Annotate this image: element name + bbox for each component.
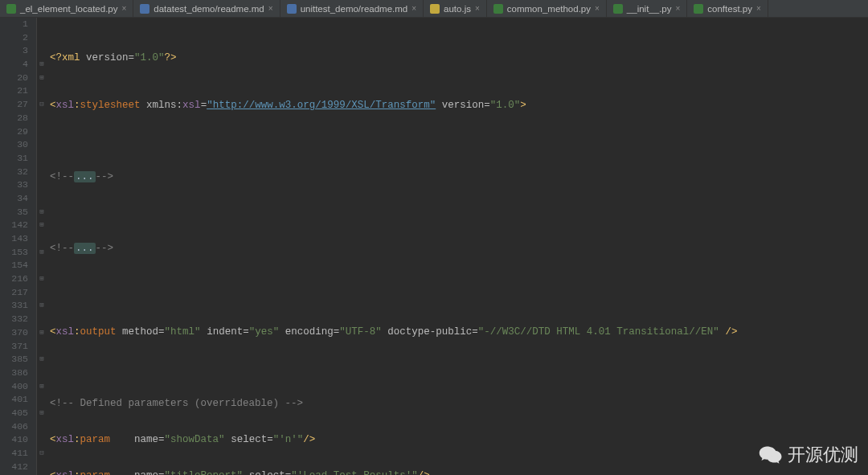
fold-marker-icon[interactable]: ⊞ <box>37 326 47 340</box>
code-line-3 <box>50 134 868 148</box>
line-number: 405 <box>0 407 28 420</box>
js-icon <box>430 4 440 14</box>
line-number-gutter: 1234202127282930313233343514214315315421… <box>0 18 37 475</box>
tab-0[interactable]: _el_element_located.py× <box>0 0 133 17</box>
line-number: 331 <box>0 299 28 313</box>
line-number: 35 <box>0 206 28 219</box>
line-number: 34 <box>0 192 28 206</box>
line-number: 4 <box>0 58 28 72</box>
fold-marker-icon[interactable]: ⊞ <box>37 219 47 232</box>
code-area[interactable]: <?xml version="1.0"?> <xsl:stylesheet xm… <box>47 18 868 475</box>
tab-4[interactable]: common_method.py× <box>487 0 607 17</box>
tab-label: auto.js <box>444 4 471 14</box>
line-number: 3 <box>0 44 28 58</box>
fold-marker-icon <box>37 44 47 58</box>
close-icon[interactable]: × <box>411 4 416 13</box>
line-number: 154 <box>0 259 28 272</box>
code-line-21: <!--...--> <box>50 242 868 256</box>
line-number: 410 <box>0 433 28 447</box>
code-line-4: <!--...--> <box>50 170 868 184</box>
line-number: 412 <box>0 461 28 474</box>
line-number: 32 <box>0 166 28 179</box>
fold-marker-icon[interactable]: ⊞ <box>37 72 47 85</box>
code-line-28: <xsl:output method="html" indent="yes" e… <box>50 326 868 339</box>
line-number: 143 <box>0 232 28 246</box>
line-number: 1 <box>0 18 28 31</box>
line-number: 21 <box>0 84 28 98</box>
fold-marker-icon[interactable]: ⊞ <box>37 299 47 313</box>
line-number: 20 <box>0 72 28 85</box>
line-number: 33 <box>0 178 28 192</box>
tab-bar: _el_element_located.py× datatest_demo/re… <box>0 0 868 18</box>
close-icon[interactable]: × <box>675 4 680 13</box>
tab-label: common_method.py <box>507 4 591 14</box>
line-number: 30 <box>0 138 28 152</box>
line-number: 370 <box>0 326 28 340</box>
close-icon[interactable]: × <box>595 4 600 13</box>
fold-marker-icon <box>37 84 47 98</box>
fold-gutter[interactable]: ⊞⊞⊟⊞⊞⊞⊞⊞⊞⊞⊞⊞⊟ <box>37 18 47 475</box>
fold-marker-icon <box>37 138 47 152</box>
fold-marker-icon <box>37 18 47 31</box>
tab-label: _el_element_located.py <box>20 4 117 14</box>
line-number: 411 <box>0 447 28 461</box>
tab-5[interactable]: __init__.py× <box>607 0 687 17</box>
fold-marker-icon[interactable]: ⊞ <box>37 272 47 286</box>
line-number: 332 <box>0 313 28 326</box>
fold-marker-icon[interactable]: ⊞ <box>37 407 47 420</box>
code-line-1: <?xml version="1.0"?> <box>50 51 868 65</box>
markdown-icon <box>140 4 149 14</box>
line-number: 400 <box>0 380 28 394</box>
tab-label: __init__.py <box>627 4 672 14</box>
close-icon[interactable]: × <box>756 4 761 13</box>
close-icon[interactable]: × <box>121 4 126 13</box>
line-number: 28 <box>0 112 28 125</box>
fold-marker-icon <box>37 125 47 139</box>
code-line-30: <!-- Defined parameters (overrideable) -… <box>50 397 868 411</box>
fold-marker-icon[interactable]: ⊞ <box>37 353 47 366</box>
fold-marker-icon[interactable]: ⊞ <box>37 246 47 260</box>
fold-marker-icon <box>37 340 47 354</box>
tab-label: conftest.py <box>707 4 752 14</box>
line-number: 2 <box>0 31 28 45</box>
tab-3[interactable]: auto.js× <box>424 0 487 17</box>
fold-marker-icon <box>37 393 47 407</box>
tab-label: unittest_demo/readme.md <box>301 4 408 14</box>
code-line-29 <box>50 362 868 375</box>
fold-marker-icon[interactable]: ⊞ <box>37 206 47 219</box>
fold-marker-icon[interactable]: ⊟ <box>37 98 47 112</box>
code-line-20 <box>50 207 868 220</box>
fold-marker-icon <box>37 420 47 434</box>
fold-marker-icon <box>37 31 47 45</box>
fold-marker-icon <box>37 152 47 166</box>
line-number: 371 <box>0 340 28 354</box>
tab-6[interactable]: conftest.py× <box>687 0 768 17</box>
code-line-27 <box>50 278 868 292</box>
line-number: 406 <box>0 420 28 434</box>
fold-marker-icon[interactable]: ⊟ <box>37 447 47 461</box>
fold-marker-icon <box>37 313 47 326</box>
line-number: 216 <box>0 272 28 286</box>
markdown-icon <box>287 4 297 14</box>
python-icon <box>6 4 16 14</box>
fold-marker-icon <box>37 178 47 192</box>
python-icon <box>493 4 503 14</box>
fold-marker-icon <box>37 192 47 206</box>
close-icon[interactable]: × <box>475 4 480 13</box>
line-number: 401 <box>0 393 28 407</box>
fold-marker-icon <box>37 433 47 447</box>
close-icon[interactable]: × <box>268 4 273 13</box>
editor[interactable]: 1234202127282930313233343514214315315421… <box>0 18 868 475</box>
fold-marker-icon <box>37 366 47 380</box>
line-number: 386 <box>0 366 28 380</box>
line-number: 27 <box>0 98 28 112</box>
line-number: 153 <box>0 246 28 260</box>
python-icon <box>613 4 623 14</box>
line-number: 29 <box>0 125 28 139</box>
fold-marker-icon <box>37 112 47 125</box>
fold-marker-icon[interactable]: ⊞ <box>37 380 47 394</box>
fold-marker-icon[interactable]: ⊞ <box>37 58 47 72</box>
tab-1[interactable]: datatest_demo/readme.md× <box>133 0 280 17</box>
tab-2[interactable]: unittest_demo/readme.md× <box>280 0 424 17</box>
line-number: 142 <box>0 219 28 232</box>
